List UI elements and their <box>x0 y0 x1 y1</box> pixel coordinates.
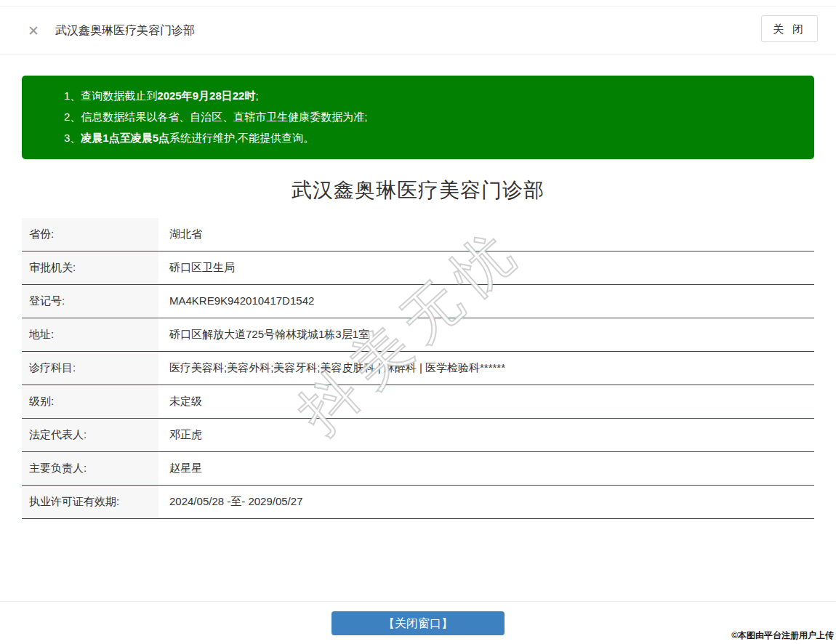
row-value: 赵星星 <box>158 452 814 485</box>
detail-table: 省份: 湖北省 审批机关: 硚口区卫生局 登记号: MA4KRE9K942010… <box>22 218 814 519</box>
table-row-legal-representative: 法定代表人: 邓正虎 <box>22 419 814 452</box>
row-value: 邓正虎 <box>158 419 814 451</box>
row-value: 湖北省 <box>158 218 814 251</box>
row-label: 执业许可证有效期: <box>22 486 158 518</box>
table-row-registration-number: 登记号: MA4KRE9K942010417D1542 <box>22 285 814 318</box>
notice-banner: 1、查询数据截止到2025年9月28日22时; 2、信息数据结果以各省、自治区、… <box>22 76 814 159</box>
row-label: 诊疗科目: <box>22 352 158 385</box>
row-label: 法定代表人: <box>22 419 158 451</box>
table-row-province: 省份: 湖北省 <box>22 218 814 251</box>
header-bar: ✕ 武汉鑫奥琳医疗美容门诊部 关 闭 <box>0 7 836 55</box>
row-value: 未定级 <box>158 385 814 418</box>
table-row-medical-subjects: 诊疗科目: 医疗美容科;美容外科;美容牙科;美容皮肤科 | 麻醉科 | 医学检验… <box>22 352 814 385</box>
row-value: 硚口区解放大道725号翰林珑城1栋3层1室 <box>158 318 814 351</box>
copyright-watermark: ©本图由平台注册用户上传 <box>731 629 834 642</box>
row-label: 登记号: <box>22 285 158 318</box>
row-label: 级别: <box>22 385 158 418</box>
close-window-button[interactable]: 【关闭窗口】 <box>331 611 505 635</box>
notice-line-2: 2、信息数据结果以各省、自治区、直辖市卫生健康委数据为准; <box>64 106 800 127</box>
row-label: 地址: <box>22 318 158 351</box>
table-row-license-validity: 执业许可证有效期: 2024/05/28 -至- 2029/05/27 <box>22 486 814 519</box>
header-title: 武汉鑫奥琳医疗美容门诊部 <box>55 23 195 39</box>
notice-line-3: 3、凌晨1点至凌晨5点系统进行维护,不能提供查询。 <box>64 127 800 148</box>
close-button[interactable]: 关 闭 <box>761 15 818 42</box>
row-value: 硚口区卫生局 <box>158 251 814 284</box>
table-row-person-in-charge: 主要负责人: 赵星星 <box>22 452 814 486</box>
close-x-icon[interactable]: ✕ <box>28 24 39 38</box>
table-row-level: 级别: 未定级 <box>22 385 814 419</box>
row-label: 省份: <box>22 218 158 251</box>
page-title: 武汉鑫奥琳医疗美容门诊部 <box>0 177 836 204</box>
table-row-address: 地址: 硚口区解放大道725号翰林珑城1栋3层1室 <box>22 318 814 352</box>
row-label: 审批机关: <box>22 251 158 284</box>
row-value: 2024/05/28 -至- 2029/05/27 <box>158 486 814 518</box>
table-row-approval-authority: 审批机关: 硚口区卫生局 <box>22 251 814 285</box>
row-label: 主要负责人: <box>22 452 158 485</box>
footer-divider <box>0 601 836 602</box>
row-value: 医疗美容科;美容外科;美容牙科;美容皮肤科 | 麻醉科 | 医学检验科*****… <box>158 352 814 385</box>
query-result-page: ✕ 武汉鑫奥琳医疗美容门诊部 关 闭 1、查询数据截止到2025年9月28日22… <box>0 0 836 644</box>
row-value: MA4KRE9K942010417D1542 <box>158 285 814 318</box>
notice-line-1: 1、查询数据截止到2025年9月28日22时; <box>64 85 800 106</box>
